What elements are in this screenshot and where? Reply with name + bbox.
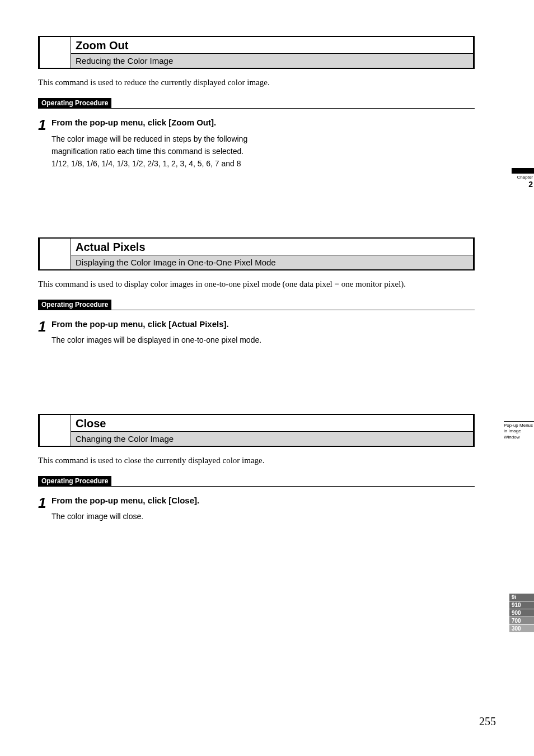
step-number: 1 [38,494,51,523]
model-tab-9i: 9i [509,594,534,601]
step-body: From the pop-up menu, click [Close]. The… [51,494,262,523]
step: 1 From the pop-up menu, click [Actual Pi… [38,318,262,347]
chapter-number: 2 [528,180,533,189]
step: 1 From the pop-up menu, click [Zoom Out]… [38,116,262,170]
header-left-pad [40,239,71,269]
section-header-actual-pixels: Actual Pixels Displaying the Color Image… [38,237,475,270]
section-title: Close [71,415,473,432]
content-column: Zoom Out Reducing the Color Image This c… [38,36,475,522]
step-heading: From the pop-up menu, click [Zoom Out]. [51,116,262,129]
chapter-tab: Chapter 2 [512,168,534,189]
section-header-close: Close Changing the Color Image [38,414,475,447]
operating-procedure-label: Operating Procedure [38,98,111,108]
spacer [38,347,475,414]
header-titles: Zoom Out Reducing the Color Image [71,37,473,68]
page-number: 255 [479,715,496,728]
section-subtitle: Changing the Color Image [71,432,473,446]
operating-procedure-label: Operating Procedure [38,476,111,486]
model-tab-910: 910 [509,601,534,609]
operating-procedure-bar: Operating Procedure [38,299,475,310]
step-body: From the pop-up menu, click [Zoom Out]. … [51,116,262,170]
chapter-tab-label: Chapter 2 [512,175,534,189]
header-titles: Close Changing the Color Image [71,415,473,446]
section-header-zoom-out: Zoom Out Reducing the Color Image [38,36,475,69]
step-number: 1 [38,116,51,170]
model-tab-300: 300 [509,625,534,632]
chapter-prefix: Chapter [517,175,533,180]
model-tabs: 9i 910 900 700 300 [509,594,534,633]
header-titles: Actual Pixels Displaying the Color Image… [71,239,473,269]
section-title: Actual Pixels [71,239,473,255]
step-number: 1 [38,318,51,347]
step-heading: From the pop-up menu, click [Close]. [51,494,262,507]
model-tab-900: 900 [509,609,534,617]
model-tab-700: 700 [509,617,534,624]
spacer [38,170,475,237]
section-title: Zoom Out [71,37,473,54]
operating-procedure-bar: Operating Procedure [38,475,475,487]
step-text: The color image will close. [51,510,262,522]
step-body: From the pop-up menu, click [Actual Pixe… [51,318,262,347]
section-subtitle: Displaying the Color Image in One-to-One… [71,255,473,269]
section-subtitle: Reducing the Color Image [71,54,473,68]
section-description: This command is used to reduce the curre… [38,77,475,88]
operating-procedure-label: Operating Procedure [38,300,111,310]
header-left-pad [40,37,71,68]
step-text: The color image will be reduced in steps… [51,133,262,170]
section-description: This command is used to display color im… [38,278,475,290]
header-left-pad [40,415,71,446]
chapter-tab-bar [512,168,534,174]
step-heading: From the pop-up menu, click [Actual Pixe… [51,318,262,331]
operating-procedure-bar: Operating Procedure [38,97,475,109]
section-tab: Pop-up Menus in Image Window [504,421,534,440]
section-description: This command is used to close the curren… [38,455,475,466]
page: Zoom Out Reducing the Color Image This c… [0,0,534,756]
step: 1 From the pop-up menu, click [Close]. T… [38,494,262,523]
step-text: The color images will be displayed in on… [51,334,262,346]
